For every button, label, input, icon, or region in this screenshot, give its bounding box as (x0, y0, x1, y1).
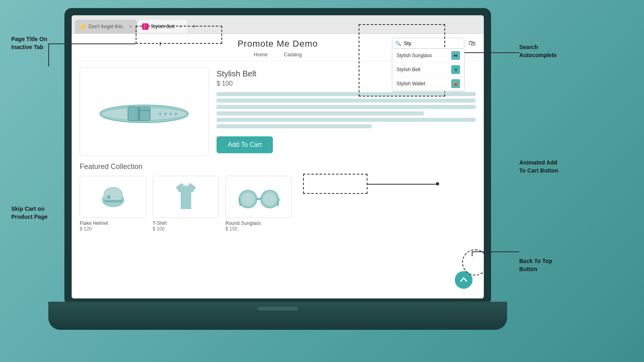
svg-rect-13 (104, 200, 122, 202)
add-to-cart-button[interactable]: Add To Cart (217, 136, 273, 153)
sunglass-image-box (225, 176, 292, 218)
desc-line-2 (217, 99, 476, 103)
tshirt-price: $ 100 (153, 226, 219, 232)
sunglass-name: Round Sunglass (225, 220, 292, 226)
featured-title: Featured Collection (80, 162, 476, 171)
desc-line-5 (217, 118, 476, 122)
svg-rect-4 (138, 110, 151, 111)
svg-point-5 (159, 113, 161, 115)
browser-content: Promote Me Demo Home Catalog 🔍 (72, 34, 484, 298)
active-tab-label: Stylish Belt (151, 24, 175, 29)
svg-marker-15 (182, 183, 190, 187)
search-result-sunglass[interactable]: Stylish Sunglass 🕶 (392, 49, 464, 63)
tshirt-name: T-Shirt (153, 220, 219, 226)
search-result-wallet[interactable]: Stylish Wallet 👜 (392, 77, 464, 91)
annotation-add-to-cart: Animated AddTo Cart Button (519, 159, 558, 175)
annotation-tick-top (160, 42, 161, 45)
desc-line-6 (217, 124, 372, 128)
helmet-price: $ 120 (80, 226, 146, 232)
product-card-tshirt[interactable]: T-Shirt $ 100 (153, 176, 219, 232)
search-box: 🔍 Stylish Sunglass 🕶 Stylish Belt (392, 38, 464, 49)
laptop-shell: 🟡 Don't forget this.. × P Stylish Belt ×… (64, 8, 499, 330)
svg-point-8 (175, 113, 177, 115)
search-container: 🔍 Stylish Sunglass 🕶 Stylish Belt (392, 38, 476, 49)
featured-section: Featured Collection (72, 162, 484, 238)
search-icon: 🔍 (395, 41, 401, 46)
annotation-search-autocomplete: SearchAutocomplete (519, 43, 557, 59)
active-tab-favicon: P (142, 23, 149, 30)
inactive-tab[interactable]: 🟡 Don't forget this.. × (75, 20, 137, 33)
tshirt-image-box (153, 176, 219, 218)
search-input[interactable] (392, 38, 464, 49)
annotation-dot-cart (436, 182, 439, 185)
desc-line-1 (217, 92, 476, 96)
annotation-line-page-title-v (48, 44, 49, 66)
svg-rect-3 (138, 107, 140, 121)
annotation-line-back-to-top (473, 251, 519, 252)
product-card-helmet[interactable]: Flake Helmet $ 120 (80, 176, 146, 232)
laptop-base (48, 302, 507, 330)
new-tab-button[interactable]: + (188, 21, 200, 32)
helmet-svg (99, 183, 127, 211)
search-result-belt[interactable]: Stylish Belt ⚙ (392, 63, 464, 77)
desc-line-3 (217, 105, 476, 109)
product-image-box (80, 68, 208, 156)
cart-icon[interactable]: 🛍 (469, 39, 476, 47)
search-dropdown: Stylish Sunglass 🕶 Stylish Belt ⚙ Stylis… (392, 49, 464, 91)
wallet-result-icon: 👜 (451, 79, 460, 88)
active-tab-close[interactable]: × (179, 23, 182, 30)
arrow-up-icon (459, 276, 468, 284)
desc-line-4 (217, 111, 424, 115)
annotation-line-page-title (48, 43, 136, 44)
laptop-screen-outer: 🟡 Don't forget this.. × P Stylish Belt ×… (64, 8, 491, 306)
inactive-tab-label: Don't forget this.. (89, 24, 125, 29)
svg-point-17 (242, 193, 254, 206)
product-description-lines (217, 92, 476, 128)
back-to-top-button[interactable] (455, 271, 473, 289)
sunglass-svg (237, 183, 281, 211)
laptop-screen-inner: 🟡 Don't forget this.. × P Stylish Belt ×… (72, 15, 484, 298)
helmet-image-box (80, 176, 146, 218)
annotation-back-to-top: Back To TopButton (519, 257, 552, 273)
sunglass-result-icon: 🕶 (451, 51, 460, 60)
active-tab[interactable]: P Stylish Belt × (137, 20, 187, 33)
annotation-skip-cart: Skip Cart onProduct Page (11, 205, 47, 221)
svg-point-12 (107, 195, 111, 199)
svg-point-6 (164, 113, 167, 115)
tshirt-svg (172, 181, 200, 213)
annotation-page-title: Page Title OnInactive Tab (11, 35, 47, 51)
svg-point-19 (263, 193, 276, 206)
inactive-tab-favicon: 🟡 (80, 23, 86, 30)
product-card-sunglass[interactable]: Round Sunglass $ 150 (225, 176, 292, 232)
annotation-line-cart (367, 184, 436, 185)
belt-result-icon: ⚙ (451, 65, 460, 74)
nav-catalog[interactable]: Catalog (284, 51, 302, 58)
browser-chrome: 🟡 Don't forget this.. × P Stylish Belt ×… (72, 15, 484, 34)
helmet-name: Flake Helmet (80, 220, 146, 226)
svg-point-7 (169, 113, 172, 115)
inactive-tab-close[interactable]: × (129, 23, 132, 30)
store-header: Promote Me Demo Home Catalog 🔍 (72, 34, 484, 61)
nav-home[interactable]: Home (254, 51, 268, 58)
sunglass-price: $ 150 (225, 226, 292, 232)
svg-rect-20 (256, 198, 262, 200)
belt-image (96, 88, 192, 136)
